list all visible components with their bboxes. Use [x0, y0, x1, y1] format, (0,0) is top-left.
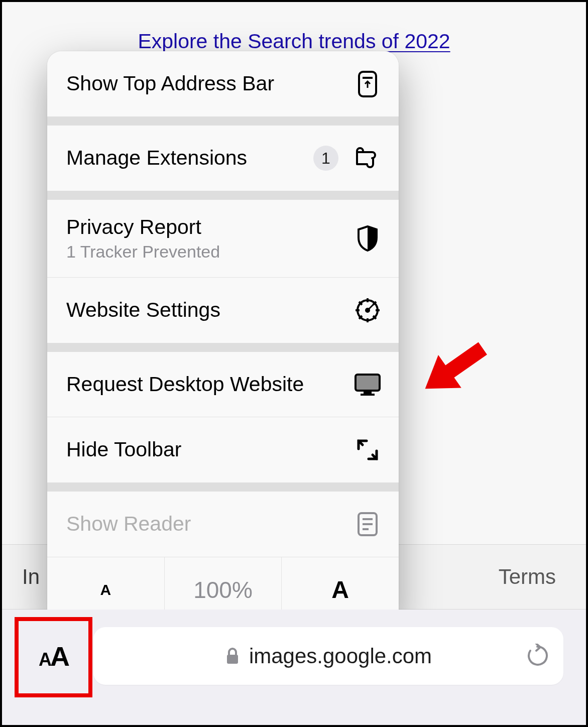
annotation-highlight-box [15, 617, 92, 697]
svg-rect-15 [361, 394, 375, 396]
privacy-title: Privacy Report [66, 215, 343, 239]
gear-icon [354, 296, 382, 324]
trends-link-text: Explore the Search trends of 2022 [138, 30, 450, 53]
menu-label: Show Top Address Bar [66, 71, 343, 96]
url-text: images.google.com [249, 644, 432, 668]
expand-arrows-icon [354, 436, 382, 464]
footer-left-text: In [22, 565, 40, 589]
reader-icon [354, 510, 382, 538]
menu-request-desktop-website[interactable]: Request Desktop Website [47, 352, 399, 417]
footer-terms-link[interactable]: Terms [499, 565, 556, 589]
menu-hide-toolbar[interactable]: Hide Toolbar [47, 417, 399, 482]
aa-menu: Show Top Address Bar Manage Extensions 1… [47, 51, 399, 623]
menu-show-reader: Show Reader [47, 492, 399, 557]
address-bar[interactable]: images.google.com [93, 627, 563, 685]
menu-label: Manage Extensions [66, 146, 303, 170]
menu-label: Request Desktop Website [66, 372, 343, 397]
menu-privacy-report[interactable]: Privacy Report 1 Tracker Prevented [47, 200, 399, 278]
svg-rect-13 [356, 375, 380, 391]
puzzle-icon [354, 144, 382, 172]
reload-button[interactable] [526, 644, 548, 669]
address-bar-top-icon [354, 70, 382, 98]
menu-label: Website Settings [66, 298, 343, 322]
menu-website-settings[interactable]: Website Settings [47, 278, 399, 343]
menu-manage-extensions[interactable]: Manage Extensions 1 [47, 126, 399, 191]
aa-menu-button[interactable]: AA [25, 627, 82, 685]
trends-link[interactable]: Explore the Search trends of 2022 [2, 30, 586, 53]
annotation-arrow [402, 315, 506, 421]
menu-show-top-address-bar[interactable]: Show Top Address Bar [47, 51, 399, 116]
svg-line-12 [368, 304, 374, 310]
shield-icon [354, 224, 382, 253]
extensions-count-badge: 1 [313, 146, 338, 171]
desktop-icon [354, 370, 382, 398]
privacy-subtitle: 1 Tracker Prevented [66, 241, 343, 262]
svg-rect-20 [227, 655, 238, 664]
lock-icon [225, 647, 240, 666]
menu-label: Show Reader [66, 512, 343, 536]
menu-label: Privacy Report 1 Tracker Prevented [66, 215, 343, 262]
menu-label: Hide Toolbar [66, 437, 343, 462]
browser-toolbar: AA images.google.com [2, 610, 586, 725]
